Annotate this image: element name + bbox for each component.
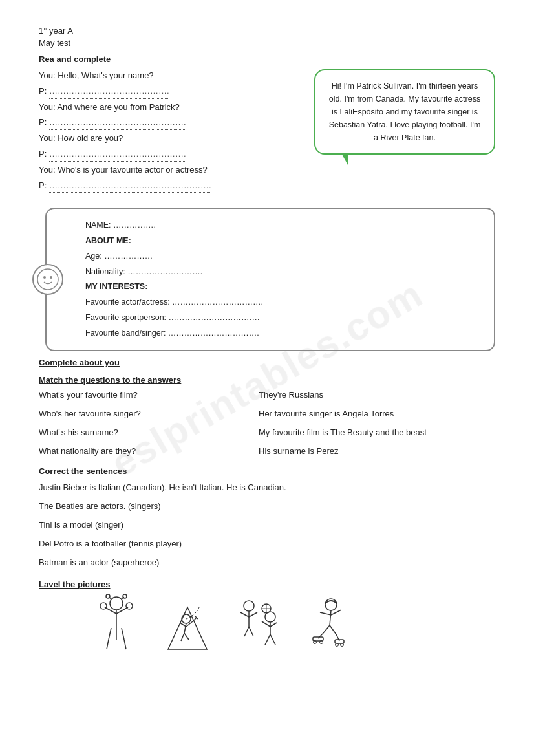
svg-line-41 [320,612,331,615]
svg-line-17 [184,623,186,633]
section5-title: Lavel the pictures [39,579,495,589]
speaker-p3: P: …………………………………………. [39,149,186,158]
svg-point-3 [110,597,123,610]
speaker-p4: P: …………………………………………………. [39,180,211,190]
svg-line-13 [107,640,109,649]
match-row-3: What´s his surname? My favourite film is… [39,427,495,437]
picture-item-4 [304,594,356,664]
match-question-3: What´s his surname? [39,427,220,437]
svg-line-9 [105,607,116,614]
complete-section: Complete about you [39,358,495,367]
correct-sentence-1: Justin Bieber is Italian (Canadian). He … [39,481,495,495]
match-answer-1: They're Russians [220,390,495,400]
correct-section: Correct the sentences Justin Bieber is I… [39,466,495,569]
picture-label-2 [165,655,210,664]
profile-band: Favourite band/singer: ……………………………. [85,326,481,341]
match-row-2: Who's her favourite singer? Her favourit… [39,409,495,418]
match-question-4: What nationality are they? [39,446,220,456]
profile-sport: Favourite sportperson: ……………………………. [85,310,481,326]
test-text: May test [39,38,70,48]
figure-1-icon [91,594,142,653]
svg-line-27 [249,612,257,617]
picture-item-3 [233,594,284,664]
profile-name: NAME: ……………. [85,218,481,233]
svg-point-33 [265,612,275,622]
picture-label-3 [236,655,281,664]
profile-about-title: ABOUT ME: [85,233,481,249]
match-question-2: Who's her favourite singer? [39,409,220,418]
picture-item-2 [162,594,213,664]
picture-label-1 [94,655,139,664]
match-section: Match the questions to the answers What'… [39,375,495,456]
svg-line-43 [323,625,330,633]
correct-sentence-4: Del Potro is a footballer (tennis player… [39,537,495,551]
correct-sentence-2: The Beatles are actors. (singers) [39,500,495,513]
dialogue-line-3: You: And where are you from Patrick? [39,101,301,114]
svg-line-37 [265,634,270,645]
svg-line-10 [116,607,128,614]
correct-sentence-5: Batman is an actor (superheroe) [39,556,495,570]
header-section: 1° year A May test [39,26,495,48]
dialogue-section: You: Hello, What's your name? P: …………………… [39,69,301,195]
speaker-p1: P: ……………………………………. [39,86,169,96]
svg-point-1 [43,276,46,279]
svg-line-26 [240,612,249,617]
profile-avatar [32,264,63,295]
picture-label-4 [307,655,352,664]
match-answer-3: My favourite film is The Beauty and the … [220,427,495,437]
label-section: Lavel the pictures [39,579,495,664]
svg-point-2 [50,276,52,279]
match-answer-4: His surname is Perez [220,446,495,456]
profile-nationality: Nationality: ………………………. [85,265,481,280]
year-text: 1° year A [39,26,73,36]
dialogue-line-7: You: Who's is your favourite actor or ac… [39,164,301,177]
svg-line-29 [249,627,253,636]
match-question-1: What's your favourite film? [39,390,220,400]
profile-card: NAME: ……………. ABOUT ME: Age: ……………… Natio… [45,208,495,351]
speech-bubble-wrapper: Hi! I'm Patrick Sullivan. I'm thirteen y… [314,69,495,155]
svg-line-45 [330,625,336,634]
section4-title: Correct the sentences [39,466,495,476]
svg-point-7 [123,594,127,598]
profile-card-wrapper: NAME: ……………. ABOUT ME: Age: ……………… Natio… [39,208,495,351]
svg-line-19 [184,633,189,640]
speech-bubble: Hi! I'm Patrick Sullivan. I'm thirteen y… [314,69,495,155]
svg-point-11 [100,603,107,609]
section3-title: Match the questions to the answers [39,375,495,385]
figure-4-icon [304,594,356,653]
match-answer-2: Her favourite singer is Angela Torres [220,409,495,418]
svg-marker-15 [168,607,207,649]
profile-age: Age: ……………… [85,249,481,265]
picture-item-1 [91,594,142,664]
section1-title: Rea and complete [39,54,495,64]
svg-line-36 [270,623,277,627]
svg-line-18 [181,633,184,641]
section2-title: Complete about you [39,358,495,367]
profile-actor: Favourite actor/actress: ……………………………. [85,295,481,310]
speaker-3: You: How old are you? [39,133,123,143]
svg-point-12 [126,603,133,609]
svg-line-40 [330,610,331,625]
dialogue-line-4: P: …………………………………………. [39,116,301,130]
bubble-text: Hi! I'm Patrick Sullivan. I'm thirteen y… [329,81,481,142]
avatar-icon [36,268,59,291]
svg-point-6 [106,594,110,598]
svg-point-0 [37,269,58,290]
dialogue-line-6: P: …………………………………………. [39,147,301,162]
dialogue-line-5: You: How old are you? [39,132,301,146]
svg-point-24 [244,601,254,611]
dialogue-line-2: P: ……………………………………. [39,85,301,99]
match-row-4: What nationality are they? His surname i… [39,446,495,456]
year-line: 1° year A [39,26,495,36]
match-row-1: What's your favourite film? They're Russ… [39,390,495,400]
dialogue-line-1: You: Hello, What's your name? [39,69,301,83]
speaker-1: You: Hello, What's your name? [39,70,154,80]
profile-interests-title: MY INTERESTS: [85,279,481,295]
svg-line-38 [270,634,275,645]
figure-2-icon [162,594,213,653]
figure-3-icon [233,594,284,653]
speaker-p2: P: …………………………………………. [39,117,186,127]
speaker-2: You: And where are you from Patrick? [39,102,180,112]
svg-line-14 [124,640,126,649]
test-line: May test [39,38,495,48]
